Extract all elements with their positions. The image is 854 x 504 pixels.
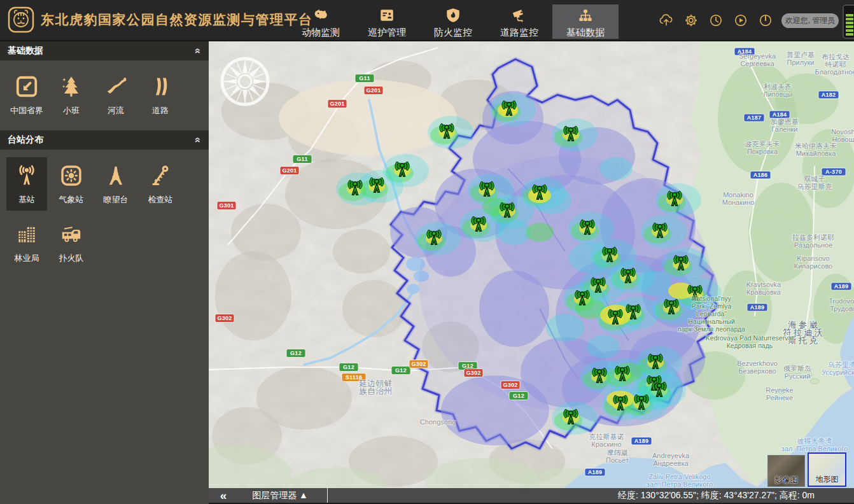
header-bar: 东北虎豹国家公园自然资源监测与管理平台 动物监测 巡护管理 <box>0 0 854 41</box>
coverage-patch <box>599 157 633 180</box>
svg-text:G302: G302 <box>503 382 517 388</box>
power-icon[interactable] <box>757 12 774 29</box>
cursor-coordinates: 经度: 130°32'06.55"; 纬度: 43°43'27.27"; 高程:… <box>618 490 854 501</box>
map-label: NovoshaНовоша <box>831 128 854 143</box>
svg-text:A-370: A-370 <box>825 169 842 175</box>
road-shield: A189 <box>631 437 652 445</box>
svg-text:A187: A187 <box>747 115 762 121</box>
collapse-section-icon[interactable]: « <box>193 48 204 54</box>
section-header-basic-data[interactable]: 基础数据 « <box>0 41 209 60</box>
page-title: 东北虎豹国家公园自然资源监测与管理平台 <box>41 11 313 29</box>
basemap-terrain-label: 地形图 <box>809 474 845 485</box>
layer-item-river[interactable]: 河流 <box>95 68 136 122</box>
nav-tab-label: 道路监控 <box>500 27 538 39</box>
map-label: 摩阔崴Посьет <box>606 449 629 464</box>
basemap-switcher: 影像图 地形图 <box>767 452 846 487</box>
road-shield: G302 <box>464 369 483 377</box>
svg-text:G12: G12 <box>513 393 524 399</box>
layer-item-forestry-bureau[interactable]: 林业局 <box>6 216 47 269</box>
svg-text:G302: G302 <box>411 361 426 367</box>
coverage-patch <box>526 223 554 242</box>
map-footer-bar: « 图层管理器 ▲ 经度: 130°32'06.55"; 纬度: 43°43'2… <box>209 488 854 504</box>
level-bar <box>846 25 853 28</box>
tiger-logo-icon <box>8 6 34 33</box>
nav-tab-basic-data[interactable]: 基础数据 <box>552 4 619 39</box>
cloud-upload-icon[interactable] <box>658 12 675 29</box>
nav-tab-patrol-management[interactable]: 巡护管理 <box>354 0 420 41</box>
svg-text:A189: A189 <box>634 438 649 444</box>
play-icon[interactable] <box>732 12 749 29</box>
nav-tab-label: 动物监测 <box>302 27 340 39</box>
main-nav: 动物监测 巡护管理 防火监控 <box>288 0 619 41</box>
river-icon <box>103 74 129 99</box>
road-shield: G12 <box>391 367 410 375</box>
layer-item-fire-brigade[interactable]: 扑火队 <box>51 216 92 269</box>
user-greeting-pill[interactable]: 欢迎您, 管理员 <box>781 13 839 28</box>
svg-text:G12: G12 <box>462 363 473 369</box>
section-items-basic-data: 中国省界 小班 河流 道路 <box>0 60 209 130</box>
nav-tab-road-monitoring[interactable]: 道路监控 <box>486 0 552 41</box>
map-label: 米哈伊洛夫卡Михайловка <box>795 142 837 157</box>
map-label: Chongsong <box>420 418 456 426</box>
layer-item-china-boundary[interactable]: 中国省界 <box>6 68 47 122</box>
layer-item-label: 小班 <box>63 105 80 116</box>
history-clock-icon[interactable] <box>708 12 724 29</box>
road-shield: G201 <box>328 100 347 108</box>
svg-text:G301: G301 <box>219 202 234 209</box>
svg-text:G11: G11 <box>359 75 370 81</box>
sidebar-collapse-button[interactable]: « <box>209 488 238 503</box>
fire-shield-icon <box>445 7 461 24</box>
layer-item-weather-station[interactable]: 气象站 <box>51 157 92 211</box>
road-shield: G12 <box>509 392 528 400</box>
section-title: 台站分布 <box>8 134 43 146</box>
level-bar <box>846 33 853 36</box>
svg-text:G302: G302 <box>217 315 232 321</box>
map-label: 波克罗夫卡Покровка <box>745 140 780 155</box>
island <box>810 379 819 384</box>
collapse-section-icon[interactable]: « <box>193 137 204 143</box>
layer-item-watchtower[interactable]: 瞭望台 <box>95 157 136 211</box>
layer-item-label: 检查站 <box>148 194 173 206</box>
map-label: 普里卢基Прилуки <box>787 51 815 66</box>
road-shield: A-370 <box>822 168 846 176</box>
section-header-stations[interactable]: 台站分布 « <box>0 130 209 150</box>
map-canvas[interactable]: G11G201G201G11G201G301G302G12G12S1116G12… <box>209 41 854 504</box>
layer-item-base-station[interactable]: 基站 <box>6 157 47 211</box>
layer-item-forest-plot[interactable]: 小班 <box>51 68 92 122</box>
animal-monitor-icon <box>312 7 329 24</box>
road-shield: A182 <box>818 91 839 99</box>
layer-manager-button[interactable]: 图层管理器 ▲ <box>238 490 322 501</box>
road-shield: G11 <box>293 155 312 164</box>
road-shield: A187 <box>744 114 764 122</box>
map-label: 拉兹多利诺耶Раздольное <box>792 234 834 249</box>
svg-text:G12: G12 <box>290 350 302 356</box>
level-bar <box>846 29 853 32</box>
svg-text:A189: A189 <box>750 304 765 311</box>
road-shield: G201 <box>280 167 299 175</box>
layer-item-checkpoint[interactable]: 检查站 <box>140 157 181 211</box>
svg-text:A182: A182 <box>822 92 836 98</box>
settings-gear-icon[interactable] <box>683 12 699 29</box>
basemap-imagery-label: 影像图 <box>768 475 804 486</box>
section-items-stations: 基站 气象站 瞭望台 <box>0 150 209 278</box>
base-station-icon <box>14 164 39 188</box>
forest-plot-icon <box>59 74 84 99</box>
coverage-patch <box>587 335 620 358</box>
road-shield: G301 <box>217 202 236 210</box>
fire-brigade-icon <box>59 222 84 246</box>
level-meter[interactable] <box>843 4 854 39</box>
road-shield: G11 <box>355 74 374 83</box>
road-shield: G12 <box>286 349 305 358</box>
map-label: 延边朝鲜族自治州 <box>359 379 392 396</box>
road-shield: A189 <box>747 304 767 311</box>
map-label: SergeyevkaСергеевка <box>739 52 776 67</box>
nav-tab-fire-monitoring[interactable]: 防火监控 <box>420 0 486 41</box>
map-label: BezverkhovoБезверхово <box>737 360 778 375</box>
svg-text:A189: A189 <box>588 469 603 475</box>
map-label: KiparisovoКипарисово <box>794 255 832 270</box>
level-bar <box>846 14 853 17</box>
basemap-imagery-button[interactable]: 影像图 <box>767 455 805 487</box>
basemap-terrain-button[interactable]: 地形图 <box>808 452 846 487</box>
nav-tab-animal-monitoring[interactable]: 动物监测 <box>288 0 354 41</box>
layer-item-road[interactable]: 道路 <box>140 68 181 122</box>
